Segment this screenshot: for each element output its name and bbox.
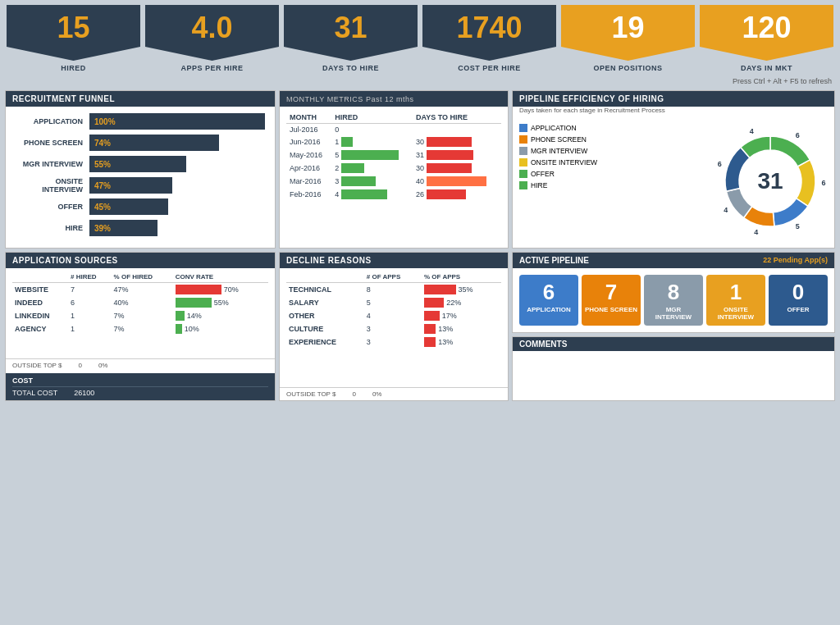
legend-label: OFFER (531, 170, 555, 178)
donut-label: 4 (754, 228, 758, 236)
metric-card: 120 DAYS IN MKT (700, 5, 833, 72)
metric-value: 1740 (456, 13, 522, 43)
src-col-pct: % OF HIRED (112, 271, 173, 283)
sources-row: WEBSITE 7 47% 70% (12, 283, 268, 297)
cost-title: COST (12, 376, 268, 387)
monthly-days (413, 124, 501, 136)
card-label: OFFER (787, 306, 809, 313)
comments-body (513, 351, 834, 400)
metric-shape: 15 (7, 5, 140, 61)
card-num: 7 (605, 281, 617, 303)
hired-bar (341, 176, 376, 186)
sources-footer-label: OUTSIDE TOP $ (12, 362, 62, 369)
funnel-bar-wrap: 55% (89, 156, 265, 172)
hired-bar (341, 137, 353, 147)
metric-value: 19 (611, 13, 644, 43)
pipeline-body: APPLICATION PHONE SCREEN MGR INTERVIEW O… (513, 117, 834, 245)
sources-row: AGENCY 1 7% 10% (12, 322, 268, 335)
decline-row: OTHER 4 17% (286, 309, 501, 322)
dec-apps: 5 (364, 296, 422, 309)
days-bar (427, 163, 472, 173)
funnel-row-label: ONSITE INTERVIEW (16, 177, 89, 194)
days-bar (427, 150, 473, 160)
legend-dot (519, 124, 527, 132)
legend-label: HIRE (531, 181, 547, 189)
src-hired: 6 (68, 296, 112, 309)
legend-item: APPLICATION (519, 124, 705, 132)
monthly-hired: 1 (331, 135, 413, 148)
dec-col-apps: # OF APPS (364, 271, 422, 283)
monthly-days: 31 (413, 148, 501, 162)
decline-bar (424, 298, 444, 308)
funnel-row: APPLICATION 100% (16, 113, 265, 130)
legend-label: PHONE SCREEN (531, 135, 587, 144)
decline-footer-label: OUTSIDE TOP $ (286, 390, 336, 398)
monthly-row: Feb-2016 4 26 (286, 188, 501, 201)
monthly-table: MONTH HIRED DAYS TO HIRE Jul-2016 0 Jun-… (286, 112, 501, 201)
src-pct: 40% (112, 296, 173, 309)
funnel-row-label: APPLICATION (16, 117, 89, 125)
active-cards: 6 APPLICATION 7 PHONE SCREEN 8 MGR INTER… (513, 268, 834, 332)
metric-shape: 1740 (422, 5, 556, 61)
monthly-row: Jun-2016 1 30 (286, 135, 501, 148)
comments-panel: COMMENTS (512, 336, 835, 401)
src-col-name (12, 271, 68, 283)
donut-label: 6 (718, 160, 722, 168)
src-col-conv: CONV RATE (173, 271, 268, 283)
decline-bar (424, 285, 456, 294)
metric-value: 4.0 (191, 13, 232, 43)
legend-label: MGR INTERVIEW (531, 147, 587, 155)
decline-row: SALARY 5 22% (286, 296, 501, 309)
monthly-month: Mar-2016 (286, 175, 331, 188)
donut-center-value: 31 (757, 168, 783, 194)
comments-header: COMMENTS (513, 337, 834, 351)
src-pct: 7% (112, 322, 173, 335)
active-pipeline-panel: ACTIVE PIPELINE 22 Pending App(s) 6 APPL… (512, 252, 835, 333)
conv-bar (176, 324, 182, 334)
active-header: ACTIVE PIPELINE 22 Pending App(s) (513, 253, 834, 268)
legend-dot (519, 170, 527, 178)
legend-dot (519, 158, 527, 167)
decline-header: DECLINE REASONS (280, 253, 508, 268)
active-pipeline-column: ACTIVE PIPELINE 22 Pending App(s) 6 APPL… (512, 252, 835, 401)
metric-label: HIRED (61, 64, 86, 72)
funnel-bar-text: 45% (94, 203, 111, 212)
src-pct: 47% (112, 283, 173, 297)
dec-pct: 17% (422, 309, 501, 322)
legend-dot (519, 135, 527, 144)
main-content: RECRUITMENT FUNNEL APPLICATION 100% PHON… (0, 87, 840, 404)
funnel-bar-text: 47% (94, 181, 111, 190)
pipeline-card: 7 PHONE SCREEN (582, 275, 641, 326)
funnel-row: PHONE SCREEN 74% (16, 135, 265, 151)
src-conv: 55% (173, 296, 268, 309)
monthly-metrics-panel: MONTHLY METRICS Past 12 mths MONTH HIRED… (279, 90, 509, 249)
dec-apps: 8 (364, 283, 422, 297)
refresh-hint-text: Press Ctrl + Alt + F5 to refresh (733, 77, 832, 85)
funnel-row: HIRE 39% (16, 220, 265, 236)
donut-label: 4 (750, 127, 754, 135)
donut-label: 5 (796, 222, 800, 230)
pipeline-card: 0 OFFER (769, 275, 828, 326)
metric-shape: 19 (561, 5, 695, 61)
decline-body: # OF APPS % OF APPS TECHNICAL 8 35% SALA… (280, 268, 508, 384)
funnel-bar-wrap: 100% (89, 113, 265, 130)
card-num: 6 (543, 281, 555, 303)
legend-dot (519, 147, 527, 155)
src-name: AGENCY (12, 322, 68, 335)
src-conv: 10% (173, 322, 268, 335)
funnel-row: OFFER 45% (16, 198, 265, 215)
donut-segment (770, 136, 810, 167)
card-num: 1 (730, 281, 742, 303)
dec-reason: CULTURE (286, 322, 364, 335)
monthly-month: May-2016 (286, 148, 331, 162)
metric-card: 31 DAYS TO HIRE (284, 5, 418, 72)
metric-card: 1740 COST PER HIRE (422, 5, 556, 72)
decline-row: TECHNICAL 8 35% (286, 283, 501, 297)
monthly-days: 40 (413, 175, 501, 188)
dec-col-pct: % OF APPS (422, 271, 501, 283)
metric-card: 15 HIRED (7, 5, 140, 72)
src-hired: 7 (68, 283, 112, 297)
funnel-row-label: MGR INTERVIEW (16, 160, 89, 168)
metric-label: DAYS TO HIRE (322, 64, 379, 72)
cost-row: TOTAL COST 26100 (12, 389, 268, 397)
